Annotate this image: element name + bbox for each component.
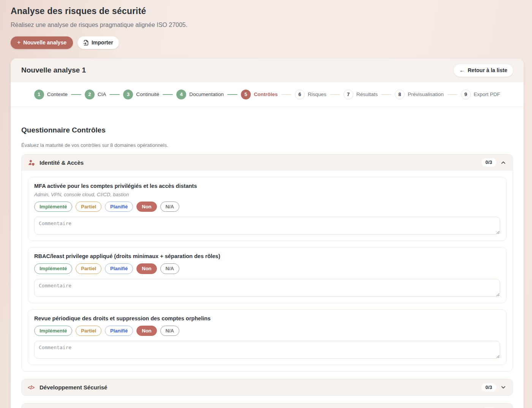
question-card: MFA activée pour les comptes privilégiés… (28, 177, 507, 241)
step-connector (71, 94, 81, 95)
step-label: Risques (308, 91, 326, 97)
option-planifie-pill[interactable]: Planifié (105, 263, 133, 274)
chevron-up-icon (500, 159, 507, 166)
step-label: Résultats (356, 91, 378, 97)
step-label: Prévisualisation (408, 91, 444, 97)
section-progress-badge: 0/3 (481, 383, 496, 392)
section-identite-acces: Identité & Accès0/3MFA activée pour les … (21, 154, 513, 372)
step-number: 3 (123, 90, 133, 99)
comment-input[interactable] (34, 279, 500, 297)
section-developpement-securise: </>Développement Sécurisé0/3 (21, 379, 513, 396)
user-shield-icon (28, 159, 35, 166)
option-planifie-pill[interactable]: Planifié (105, 326, 133, 336)
step-connector (109, 94, 120, 95)
questionnaire-content: Questionnaire Contrôles Évaluez la matur… (11, 107, 524, 408)
new-analysis-button[interactable]: + Nouvelle analyse (11, 36, 73, 49)
section-title: Identité & Accès (40, 159, 84, 166)
question-card: Revue périodique des droits et suppressi… (28, 309, 507, 365)
chevron-down-icon (500, 384, 507, 391)
sections-list: Identité & Accès0/3MFA activée pour les … (21, 154, 513, 408)
step-number: 1 (34, 90, 44, 99)
step-cia[interactable]: 2CIA (85, 90, 106, 99)
code-icon: </> (28, 384, 35, 391)
step-number: 4 (176, 90, 186, 99)
step-label: Contrôles (254, 91, 278, 97)
questionnaire-title: Questionnaire Contrôles (21, 126, 513, 134)
step-connector (227, 94, 238, 95)
header-actions: + Nouvelle analyse Importer (11, 36, 521, 49)
questionnaire-subtitle: Évaluez la maturité de vos contrôles sur… (21, 142, 513, 148)
analysis-title: Nouvelle analyse 1 (21, 66, 86, 74)
option-n-a-pill[interactable]: N/A (160, 202, 179, 212)
section-progress-badge: 0/3 (481, 158, 496, 167)
analysis-card: Nouvelle analyse 1 ← Retour à la liste 1… (11, 58, 524, 408)
page-header: Analyse des risques de sécurité Réalisez… (0, 0, 532, 49)
step-connector (330, 94, 340, 95)
option-partiel-pill[interactable]: Partiel (76, 202, 101, 212)
step-number: 6 (295, 90, 305, 99)
step-label: Continuité (136, 91, 159, 97)
page-subtitle: Réalisez une analyse de risques pragmati… (11, 22, 521, 28)
step-controles[interactable]: 5Contrôles (241, 90, 278, 99)
step-documentation[interactable]: 4Documentation (176, 90, 224, 99)
new-analysis-label: Nouvelle analyse (23, 39, 66, 46)
step-label: Documentation (189, 91, 224, 97)
step-label: CIA (98, 91, 106, 97)
question-title: RBAC/least privilege appliqué (droits mi… (34, 253, 500, 259)
step-connector (447, 94, 458, 95)
option-pills: ImplémentéPartielPlanifiéNonN/A (34, 202, 500, 212)
arrow-left-icon: ← (459, 68, 465, 73)
back-to-list-label: Retour à la liste (468, 67, 507, 74)
section-header[interactable]: Identité & Accès0/3 (22, 154, 513, 171)
section-body: MFA activée pour les comptes privilégiés… (22, 171, 513, 372)
analysis-card-header: Nouvelle analyse 1 ← Retour à la liste (11, 58, 524, 82)
option-planifie-pill[interactable]: Planifié (105, 202, 133, 212)
page-title: Analyse des risques de sécurité (11, 6, 521, 16)
comment-input[interactable] (34, 341, 500, 359)
step-continuite[interactable]: 3Continuité (123, 90, 159, 99)
question-title: Revue périodique des droits et suppressi… (34, 315, 500, 321)
step-connector (381, 94, 391, 95)
step-connector (163, 94, 173, 95)
step-label: Contexte (47, 91, 68, 97)
back-to-list-button[interactable]: ← Retour à la liste (454, 64, 513, 77)
question-hint: Admin, VPN, console cloud, CI/CD, bastio… (34, 192, 500, 197)
import-file-icon (83, 40, 89, 46)
stepper: 1Contexte2CIA3Continuité4Documentation5C… (11, 82, 524, 107)
step-previsualisation[interactable]: 8Prévisualisation (395, 90, 444, 99)
step-contexte[interactable]: 1Contexte (34, 90, 68, 99)
option-non-pill[interactable]: Non (136, 263, 157, 274)
option-implemente-pill[interactable]: Implémenté (34, 326, 72, 336)
step-number: 2 (85, 90, 95, 99)
section-title: Développement Sécurisé (40, 384, 107, 391)
step-resultats[interactable]: 7Résultats (344, 90, 378, 99)
plus-icon: + (17, 40, 21, 45)
step-export-pdf[interactable]: 9Export PDF (461, 90, 500, 99)
step-number: 9 (461, 90, 471, 99)
option-implemente-pill[interactable]: Implémenté (34, 263, 72, 274)
step-number: 5 (241, 90, 251, 99)
question-card: RBAC/least privilege appliqué (droits mi… (28, 247, 507, 303)
section-header[interactable]: Vulnérabilités0/3 (22, 403, 513, 408)
option-pills: ImplémentéPartielPlanifiéNonN/A (34, 326, 500, 336)
step-number: 7 (344, 90, 353, 99)
section-header[interactable]: </>Développement Sécurisé0/3 (22, 379, 513, 395)
step-number: 8 (395, 90, 405, 99)
option-pills: ImplémentéPartielPlanifiéNonN/A (34, 263, 500, 274)
option-n-a-pill[interactable]: N/A (160, 263, 179, 274)
section-vulnerabilites: Vulnérabilités0/3 (21, 403, 513, 408)
import-button[interactable]: Importer (78, 36, 119, 49)
option-partiel-pill[interactable]: Partiel (76, 326, 101, 336)
option-non-pill[interactable]: Non (136, 202, 157, 212)
comment-input[interactable] (34, 217, 500, 235)
question-title: MFA activée pour les comptes privilégiés… (34, 183, 500, 189)
option-partiel-pill[interactable]: Partiel (76, 263, 101, 274)
import-label: Importer (92, 39, 113, 46)
option-implemente-pill[interactable]: Implémenté (34, 202, 72, 212)
step-risques[interactable]: 6Risques (295, 90, 326, 99)
option-n-a-pill[interactable]: N/A (160, 326, 179, 336)
option-non-pill[interactable]: Non (136, 326, 157, 336)
step-connector (281, 94, 291, 95)
step-label: Export PDF (474, 91, 500, 97)
